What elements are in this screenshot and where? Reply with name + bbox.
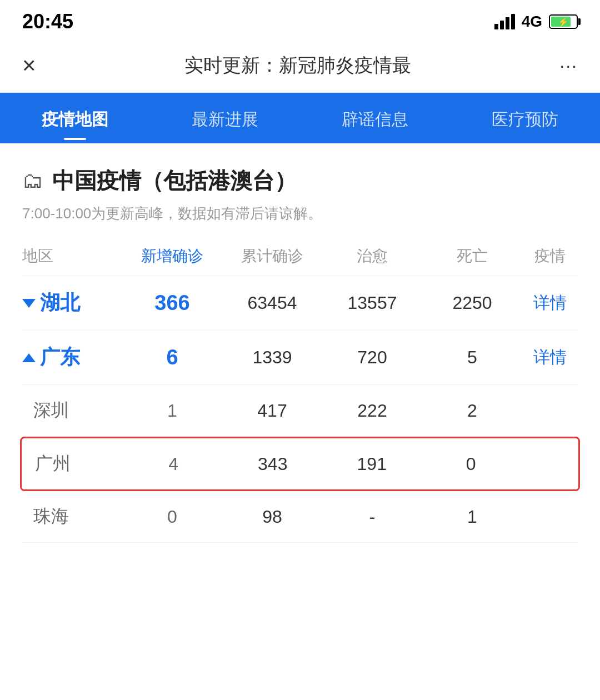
tab-bar: 疫情地图最新进展辟谣信息医疗预防	[0, 93, 600, 143]
more-button[interactable]: ···	[559, 56, 578, 76]
triangle-up-icon	[22, 353, 36, 362]
main-content: 🗂 中国疫情（包括港澳台） 7:00-10:00为更新高峰，数据如有滞后请谅解。…	[0, 143, 600, 554]
cell-total-confirmed: 63454	[222, 293, 322, 313]
region-name: 湖北	[40, 289, 80, 317]
cell-new-confirmed: 0	[122, 507, 222, 527]
table-header-row: 地区 新增确诊 累计确诊 治愈 死亡 疫情	[22, 240, 578, 276]
region-name: 珠海	[22, 506, 69, 526]
table-row: 珠海 0 98 - 1	[22, 491, 578, 543]
status-icons: 4G ⚡	[494, 13, 578, 31]
cell-new-confirmed: 366	[122, 291, 222, 315]
table-row: 广东 6 1339 720 5 详情	[22, 331, 578, 385]
cell-total-confirmed: 98	[222, 507, 322, 527]
cell-new-confirmed: 4	[124, 454, 223, 474]
nav-title: 实时更新：新冠肺炎疫情最	[36, 53, 560, 78]
status-bar: 20:45 4G ⚡	[0, 0, 600, 39]
cell-cured: 222	[322, 401, 422, 421]
cell-total-confirmed: 343	[223, 454, 323, 474]
section-subtitle: 7:00-10:00为更新高峰，数据如有滞后请谅解。	[22, 204, 578, 223]
cell-cured: 13557	[322, 293, 422, 313]
tab-map[interactable]: 疫情地图	[0, 93, 150, 143]
tab-news[interactable]: 最新进展	[150, 93, 300, 143]
cell-region: 湖北	[22, 289, 122, 317]
cell-detail-hubei[interactable]: 详情	[522, 292, 578, 314]
network-label: 4G	[522, 13, 542, 31]
cell-region: 深圳	[22, 398, 122, 423]
cell-death: 5	[422, 347, 522, 368]
nav-bar: × 实时更新：新冠肺炎疫情最 ···	[0, 39, 600, 93]
cell-total-confirmed: 417	[222, 401, 322, 421]
cell-death: 2250	[422, 293, 522, 313]
tab-medical[interactable]: 医疗预防	[450, 93, 600, 143]
signal-icon	[494, 14, 515, 29]
tab-rumor[interactable]: 辟谣信息	[300, 93, 450, 143]
cell-new-confirmed: 6	[122, 346, 222, 369]
header-cured: 治愈	[322, 246, 422, 267]
cell-region: 珠海	[22, 504, 122, 529]
table-row-highlighted: 广州 4 343 191 0	[20, 437, 580, 491]
cell-total-confirmed: 1339	[222, 347, 322, 368]
table-row: 深圳 1 417 222 2	[22, 385, 578, 437]
header-new-confirmed: 新增确诊	[122, 246, 222, 267]
cell-death: 2	[422, 401, 522, 421]
cell-death: 0	[422, 454, 521, 474]
header-region: 地区	[22, 246, 122, 267]
section-icon: 🗂	[22, 169, 43, 193]
cell-cured: -	[322, 507, 422, 527]
data-table: 地区 新增确诊 累计确诊 治愈 死亡 疫情 湖北 366 63454 13557…	[22, 240, 578, 543]
cell-new-confirmed: 1	[122, 401, 222, 421]
status-time: 20:45	[22, 10, 73, 33]
close-button[interactable]: ×	[22, 52, 36, 79]
section-header: 🗂 中国疫情（包括港澳台）	[22, 166, 578, 196]
section-title: 中国疫情（包括港澳台）	[52, 166, 297, 196]
region-name: 广州	[24, 453, 71, 473]
cell-cured: 720	[322, 347, 422, 368]
table-row: 湖北 366 63454 13557 2250 详情	[22, 276, 578, 331]
header-detail: 疫情	[522, 246, 578, 267]
header-death: 死亡	[422, 246, 522, 267]
header-total-confirmed: 累计确诊	[222, 246, 322, 267]
region-name: 广东	[40, 344, 80, 371]
cell-death: 1	[422, 507, 522, 527]
region-name: 深圳	[22, 400, 69, 420]
cell-region: 广东	[22, 344, 122, 371]
cell-cured: 191	[322, 454, 422, 474]
cell-detail-guangdong[interactable]: 详情	[522, 346, 578, 369]
cell-region: 广州	[24, 452, 124, 476]
battery-icon: ⚡	[549, 14, 578, 29]
triangle-down-icon	[22, 299, 36, 308]
